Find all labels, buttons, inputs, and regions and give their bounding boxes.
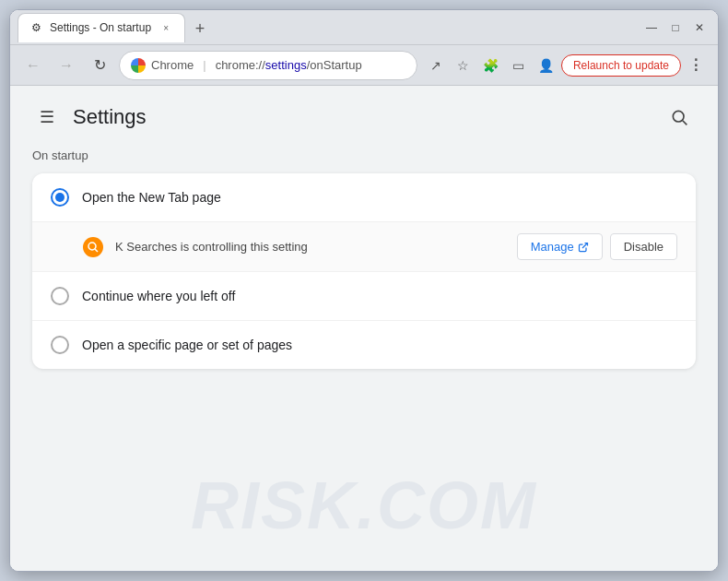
extensions-button[interactable]: 🧩: [478, 53, 504, 78]
external-link-icon: [578, 242, 589, 253]
tab-bar: ⚙ Settings - On startup × +: [18, 13, 635, 42]
extension-actions: Manage Disable: [517, 233, 677, 260]
options-card: Open the New Tab page K Searches is cont…: [32, 173, 696, 369]
option-label-new-tab: Open the New Tab page: [82, 190, 677, 205]
svg-line-1: [683, 121, 687, 125]
radio-specific[interactable]: [51, 336, 69, 354]
address-separator: |: [203, 58, 205, 72]
option-label-specific: Open a specific page or set of pages: [82, 338, 677, 352]
title-bar: ⚙ Settings - On startup × + — □ ✕: [10, 10, 718, 45]
refresh-button[interactable]: ↻: [86, 52, 113, 79]
extension-icon: [82, 236, 104, 258]
tab-title: Settings - On startup: [50, 21, 151, 34]
minimize-button[interactable]: —: [640, 17, 663, 39]
tab-favicon: ⚙: [29, 21, 42, 34]
share-button[interactable]: ↗: [423, 53, 449, 78]
relaunch-label: Relaunch to update: [573, 59, 669, 72]
option-row-specific[interactable]: Open a specific page or set of pages: [32, 321, 696, 369]
settings-title-row: ☰ Settings: [32, 102, 147, 132]
svg-point-0: [673, 111, 684, 122]
active-tab[interactable]: ⚙ Settings - On startup ×: [18, 13, 185, 42]
window-controls: — □ ✕: [640, 17, 710, 39]
svg-line-3: [95, 249, 98, 252]
cast-button[interactable]: ▭: [506, 53, 532, 78]
extension-label: K Searches is controlling this setting: [115, 240, 506, 254]
page-title: Settings: [73, 105, 147, 129]
close-button[interactable]: ✕: [688, 17, 710, 39]
watermark: RISK.COM: [191, 468, 537, 543]
forward-button[interactable]: →: [53, 52, 80, 79]
new-tab-button[interactable]: +: [187, 17, 213, 42]
disable-button[interactable]: Disable: [610, 233, 677, 260]
svg-line-4: [582, 243, 588, 248]
address-bar[interactable]: Chrome | chrome://settings/onStartup: [119, 51, 417, 80]
settings-header: ☰ Settings: [10, 86, 718, 148]
k-search-svg: [87, 241, 100, 254]
hamburger-menu-button[interactable]: ☰: [32, 102, 62, 132]
address-highlight: settings: [265, 58, 307, 72]
address-path: /onStartup: [307, 58, 362, 72]
option-label-continue: Continue where you left off: [82, 289, 677, 303]
chrome-label: Chrome: [151, 58, 194, 72]
tab-close-button[interactable]: ×: [159, 20, 173, 35]
page-content: ☰ Settings On startup Open the New Ta: [10, 86, 718, 571]
manage-button[interactable]: Manage: [517, 233, 603, 260]
settings-section: On startup Open the New Tab page: [10, 148, 718, 391]
address-scheme: chrome://: [216, 58, 265, 72]
svg-point-2: [88, 243, 96, 250]
radio-new-tab[interactable]: [51, 188, 69, 207]
back-button[interactable]: ←: [19, 52, 47, 79]
chrome-icon: [131, 58, 146, 73]
toolbar: ← → ↻ Chrome | chrome://settings/onStart…: [10, 45, 718, 86]
profile-button[interactable]: 👤: [534, 53, 559, 78]
option-row-continue[interactable]: Continue where you left off: [32, 272, 696, 321]
more-menu-button[interactable]: ⋮: [683, 53, 709, 78]
k-searches-icon: [83, 237, 103, 257]
bookmark-button[interactable]: ☆: [451, 53, 476, 78]
manage-label: Manage: [531, 240, 574, 254]
section-label: On startup: [32, 148, 696, 162]
option-row-new-tab[interactable]: Open the New Tab page: [32, 173, 696, 222]
settings-search-button[interactable]: [663, 101, 696, 134]
address-text: chrome://settings/onStartup: [216, 58, 405, 72]
browser-window: ⚙ Settings - On startup × + — □ ✕ ← → ↻ …: [9, 9, 719, 572]
search-icon: [670, 108, 688, 126]
toolbar-icons: ↗ ☆ 🧩 ▭ 👤 Relaunch to update ⋮: [423, 53, 709, 78]
radio-continue[interactable]: [51, 287, 69, 305]
radio-new-tab-inner: [55, 193, 65, 202]
extension-row: K Searches is controlling this setting M…: [32, 222, 696, 272]
relaunch-button[interactable]: Relaunch to update: [561, 54, 681, 77]
maximize-button[interactable]: □: [664, 17, 687, 39]
